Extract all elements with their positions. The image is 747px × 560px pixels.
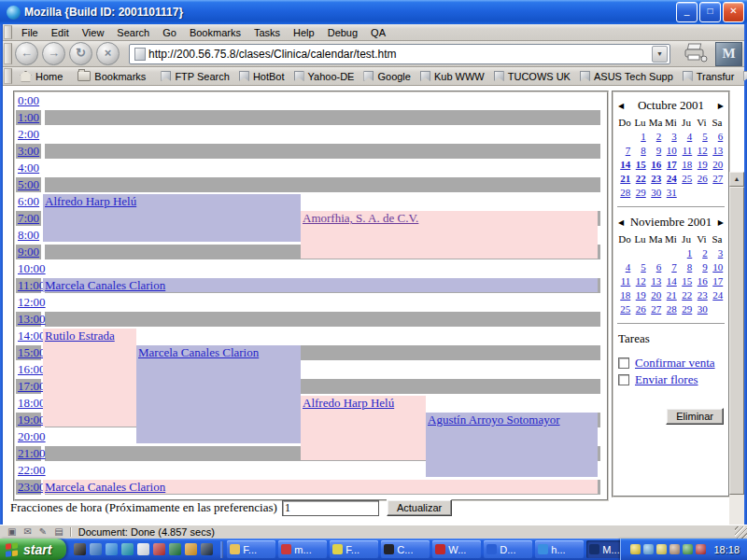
taskbar-button[interactable]: h... bbox=[535, 540, 584, 558]
blue-e-icon[interactable] bbox=[106, 543, 118, 555]
menu-view[interactable]: View bbox=[76, 25, 111, 40]
menu-file[interactable]: File bbox=[15, 25, 45, 40]
date-link[interactable]: 13 bbox=[651, 275, 661, 287]
bookmark-item-transfur[interactable]: Transfur bbox=[678, 71, 740, 82]
hour-link-15-00[interactable]: 15:00 bbox=[18, 345, 46, 360]
green-shield-icon[interactable] bbox=[683, 544, 693, 554]
event-link[interactable]: Alfredo Harp Helú bbox=[43, 194, 136, 208]
task-checkbox[interactable] bbox=[618, 357, 629, 369]
hour-link-9-00[interactable]: 9:00 bbox=[18, 245, 39, 259]
toolbar-grippy[interactable] bbox=[4, 68, 12, 84]
date-link[interactable]: 29 bbox=[636, 187, 646, 198]
hour-link-14-00[interactable]: 14:00 bbox=[18, 329, 46, 343]
date-link[interactable]: 9 bbox=[702, 261, 708, 273]
date-link[interactable]: 24 bbox=[712, 289, 723, 301]
date-link[interactable]: 27 bbox=[712, 173, 723, 184]
mozilla-throbber-logo[interactable]: M bbox=[715, 42, 742, 66]
date-link[interactable]: 4 bbox=[626, 261, 631, 273]
event-link[interactable]: Marcela Canales Clarion bbox=[43, 278, 165, 292]
taskbar-button[interactable]: F... bbox=[330, 540, 378, 558]
date-link[interactable]: 7 bbox=[671, 261, 677, 273]
date-link[interactable]: 6 bbox=[718, 131, 724, 142]
menu-help[interactable]: Help bbox=[287, 25, 321, 40]
hour-link-7-00[interactable]: 7:00 bbox=[18, 211, 39, 226]
stop-button[interactable]: × bbox=[96, 42, 120, 65]
date-link[interactable]: 20 bbox=[651, 289, 661, 301]
date-link[interactable]: 12 bbox=[698, 145, 708, 156]
date-link[interactable]: 31 bbox=[667, 187, 677, 198]
red-book-icon[interactable] bbox=[696, 544, 706, 554]
z-app-icon[interactable] bbox=[201, 543, 213, 555]
bookmark-item-yahoo-de[interactable]: Yahoo-DE bbox=[289, 71, 359, 82]
date-link[interactable]: 1 bbox=[687, 247, 693, 259]
green-app-icon[interactable] bbox=[169, 543, 181, 555]
date-link[interactable]: 8 bbox=[641, 145, 646, 156]
date-link[interactable]: 5 bbox=[702, 131, 708, 142]
event-link[interactable]: Marcela Canales Clarion bbox=[43, 480, 165, 494]
date-link[interactable]: 9 bbox=[656, 145, 662, 156]
date-link[interactable]: 15 bbox=[682, 275, 692, 287]
flower-icon[interactable] bbox=[656, 544, 667, 554]
taskbar-button[interactable]: M... bbox=[586, 540, 620, 558]
hour-link-17-00[interactable]: 17:00 bbox=[18, 379, 46, 394]
date-link[interactable]: 28 bbox=[667, 303, 677, 315]
url-input[interactable] bbox=[148, 48, 652, 61]
taskbar-button[interactable]: C... bbox=[381, 540, 430, 558]
menu-go[interactable]: Go bbox=[156, 25, 183, 40]
print-button[interactable] bbox=[682, 43, 710, 65]
minimize-button[interactable]: _ bbox=[676, 2, 698, 22]
date-link[interactable]: 19 bbox=[698, 159, 708, 170]
address-book-icon[interactable]: ▤ bbox=[50, 525, 66, 539]
prev-month-icon[interactable]: ◀ bbox=[616, 218, 626, 227]
event-link[interactable]: Rutilo Estrada bbox=[43, 329, 115, 343]
date-link[interactable]: 18 bbox=[682, 159, 692, 170]
bookmark-item-velar[interactable]: Velar bbox=[739, 71, 747, 82]
toolbar-grippy[interactable] bbox=[4, 43, 12, 65]
date-link[interactable]: 3 bbox=[671, 131, 677, 142]
vertical-scrollbar[interactable]: ▲ ▼ bbox=[729, 172, 744, 560]
date-link[interactable]: 25 bbox=[620, 303, 630, 315]
date-link[interactable]: 30 bbox=[698, 303, 708, 315]
hour-link-22-00[interactable]: 22:00 bbox=[18, 463, 46, 478]
window-icon[interactable] bbox=[137, 543, 149, 555]
date-link[interactable]: 27 bbox=[651, 303, 661, 315]
taskbar-button[interactable]: W... bbox=[432, 540, 481, 558]
hour-link-6-00[interactable]: 6:00 bbox=[18, 194, 39, 209]
mail-icon[interactable]: ✉ bbox=[20, 525, 35, 539]
date-link[interactable]: 11 bbox=[683, 145, 693, 156]
date-link[interactable]: 26 bbox=[698, 173, 708, 184]
black-ga-icon[interactable] bbox=[74, 543, 86, 555]
date-link[interactable]: 12 bbox=[636, 275, 646, 287]
forward-button[interactable]: → bbox=[42, 42, 65, 65]
hour-link-19-00[interactable]: 19:00 bbox=[18, 413, 46, 427]
hour-fractions-input[interactable] bbox=[282, 500, 379, 516]
hour-link-18-00[interactable]: 18:00 bbox=[18, 396, 46, 411]
menu-debug[interactable]: Debug bbox=[321, 25, 364, 40]
hour-link-1-00[interactable]: 1:00 bbox=[18, 110, 39, 125]
date-link[interactable]: 30 bbox=[651, 187, 661, 198]
menu-edit[interactable]: Edit bbox=[45, 25, 76, 40]
menu-tasks[interactable]: Tasks bbox=[247, 25, 287, 40]
menu-search[interactable]: Search bbox=[110, 25, 156, 40]
task-link[interactable]: Enviar flores bbox=[635, 372, 698, 387]
date-link[interactable]: 10 bbox=[712, 261, 723, 273]
teal-circle-icon[interactable] bbox=[121, 543, 134, 555]
date-link[interactable]: 5 bbox=[641, 261, 646, 273]
hour-link-10-00[interactable]: 10:00 bbox=[18, 261, 46, 276]
event-link[interactable]: Alfredo Harp Helú bbox=[301, 396, 394, 410]
date-link[interactable]: 19 bbox=[636, 289, 646, 301]
date-link[interactable]: 16 bbox=[698, 275, 708, 287]
close-button[interactable]: ✕ bbox=[723, 2, 744, 22]
hour-link-3-00[interactable]: 3:00 bbox=[18, 144, 39, 159]
date-link[interactable]: 28 bbox=[620, 187, 630, 198]
scrollbar-thumb[interactable] bbox=[729, 187, 744, 495]
taskbar-button[interactable]: D... bbox=[484, 540, 532, 558]
date-link[interactable]: 1 bbox=[641, 131, 646, 142]
date-link[interactable]: 17 bbox=[712, 275, 723, 287]
date-link[interactable]: 26 bbox=[636, 303, 646, 315]
task-checkbox[interactable] bbox=[618, 374, 629, 385]
bookmark-item-ftp-search[interactable]: FTP Search bbox=[156, 71, 234, 82]
date-link[interactable]: 20 bbox=[712, 159, 723, 170]
event-link[interactable]: Marcela Canales Clarion bbox=[136, 345, 259, 359]
sun-icon[interactable] bbox=[630, 544, 641, 554]
